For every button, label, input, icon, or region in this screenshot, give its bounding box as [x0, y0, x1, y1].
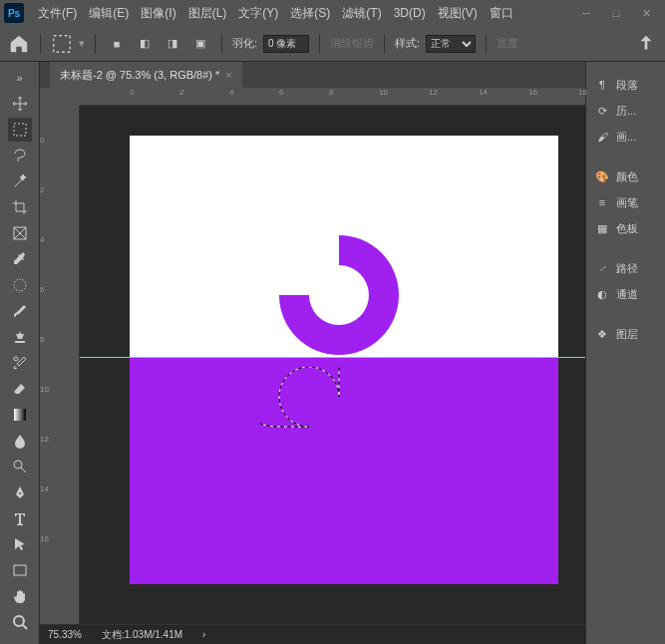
- panel-layers[interactable]: ❖图层: [586, 321, 665, 347]
- close-tab-icon[interactable]: ×: [225, 69, 231, 81]
- panel-brushes[interactable]: ≡画笔: [586, 189, 665, 215]
- gradient-tool[interactable]: [8, 403, 32, 427]
- title-bar: Ps 文件(F) 编辑(E) 图像(I) 图层(L) 文字(Y) 选择(S) 滤…: [0, 0, 665, 26]
- panel-brush-presets[interactable]: 🖌画...: [586, 124, 665, 150]
- svg-point-6: [14, 461, 22, 469]
- brush-tool[interactable]: [8, 299, 32, 323]
- canvas-area: 未标题-2 @ 75.3% (3, RGB/8#) * × 0 2 4 6 8 …: [40, 62, 585, 644]
- new-selection-icon[interactable]: ■: [106, 33, 128, 55]
- menu-image[interactable]: 图像(I): [135, 1, 181, 26]
- shape-top-half: [259, 215, 419, 375]
- paragraph-icon: ¶: [594, 77, 610, 93]
- style-select[interactable]: 正常: [426, 35, 476, 53]
- frame-tool[interactable]: [8, 221, 32, 245]
- document-title: 未标题-2 @ 75.3% (3, RGB/8#) *: [60, 68, 219, 83]
- menu-view[interactable]: 视图(V): [432, 1, 484, 26]
- menu-select[interactable]: 选择(S): [284, 1, 336, 26]
- palette-icon: 🎨: [594, 168, 610, 184]
- intersect-selection-icon[interactable]: ▣: [189, 33, 211, 55]
- marquee-tool[interactable]: [8, 118, 32, 142]
- layers-icon: ❖: [594, 326, 610, 342]
- document-tab[interactable]: 未标题-2 @ 75.3% (3, RGB/8#) * ×: [50, 62, 242, 88]
- crop-tool[interactable]: [8, 195, 32, 219]
- brush-icon: 🖌: [594, 129, 610, 145]
- menu-file[interactable]: 文件(F): [32, 1, 83, 26]
- subtract-selection-icon[interactable]: ◨: [162, 33, 183, 55]
- history-icon: ⟳: [594, 103, 610, 119]
- purple-fill-bottom: [130, 357, 558, 584]
- horizontal-ruler[interactable]: 0 2 4 6 8 10 12 14 16 18: [80, 88, 585, 106]
- hand-tool[interactable]: [8, 584, 32, 608]
- panel-swatches[interactable]: ▦色板: [586, 215, 665, 241]
- path-selection-tool[interactable]: [8, 532, 32, 556]
- menu-edit[interactable]: 编辑(E): [83, 1, 135, 26]
- share-icon[interactable]: [635, 33, 657, 55]
- magic-wand-tool[interactable]: [8, 169, 32, 193]
- style-label: 样式:: [395, 36, 420, 51]
- marquee-tool-icon[interactable]: [51, 33, 73, 55]
- add-selection-icon[interactable]: ◧: [134, 33, 156, 55]
- zoom-tool[interactable]: [8, 610, 32, 634]
- menu-filter[interactable]: 滤镜(T): [336, 1, 387, 26]
- panel-channels[interactable]: ◐通道: [586, 281, 665, 307]
- history-brush-tool[interactable]: [8, 351, 32, 375]
- eraser-tool[interactable]: [8, 377, 32, 401]
- minimize-button[interactable]: ─: [571, 3, 601, 23]
- photoshop-logo: Ps: [4, 3, 24, 23]
- svg-point-3: [14, 279, 26, 291]
- canvas[interactable]: [80, 106, 585, 624]
- feather-input[interactable]: [263, 35, 309, 53]
- tools-panel: »: [0, 62, 40, 644]
- maximize-button[interactable]: □: [601, 3, 631, 23]
- doc-size[interactable]: 文档:1.03M/1.41M: [102, 628, 182, 642]
- blur-tool[interactable]: [8, 429, 32, 453]
- svg-rect-5: [14, 409, 26, 421]
- brushes-icon: ≡: [594, 194, 610, 210]
- zoom-level[interactable]: 75.33%: [48, 629, 82, 640]
- panel-color[interactable]: 🎨颜色: [586, 163, 665, 189]
- pen-tool[interactable]: [8, 481, 32, 504]
- menu-type[interactable]: 文字(Y): [232, 1, 284, 26]
- antialias-label: 消除锯齿: [330, 36, 374, 51]
- paths-icon: ⟋: [594, 260, 610, 276]
- artboard: [130, 136, 558, 584]
- home-icon[interactable]: [8, 33, 30, 55]
- dodge-tool[interactable]: [8, 455, 32, 479]
- collapsed-panels: ¶段落 ⟳历... 🖌画... 🎨颜色 ≡画笔 ▦色板 ⟋路径 ◐通道 ❖图层: [585, 62, 665, 644]
- vertical-ruler[interactable]: 0 2 4 6 8 10 12 14 16: [40, 106, 80, 624]
- expand-tools-icon[interactable]: »: [8, 66, 32, 90]
- panel-paths[interactable]: ⟋路径: [586, 255, 665, 281]
- horizontal-guide[interactable]: [80, 357, 585, 358]
- healing-brush-tool[interactable]: [8, 273, 32, 297]
- svg-rect-7: [14, 565, 26, 575]
- feather-label: 羽化:: [232, 36, 257, 51]
- move-tool[interactable]: [8, 92, 32, 116]
- clone-stamp-tool[interactable]: [8, 325, 32, 349]
- svg-point-8: [14, 616, 24, 626]
- type-tool[interactable]: [8, 506, 32, 530]
- lasso-tool[interactable]: [8, 144, 32, 167]
- options-bar: ▾ ■ ◧ ◨ ▣ 羽化: 消除锯齿 样式: 正常 宽度: [0, 26, 665, 62]
- document-tab-bar: 未标题-2 @ 75.3% (3, RGB/8#) * ×: [40, 62, 585, 88]
- menu-window[interactable]: 窗口: [484, 1, 519, 26]
- menu-layer[interactable]: 图层(L): [182, 1, 233, 26]
- panel-history[interactable]: ⟳历...: [586, 98, 665, 124]
- svg-point-4: [14, 357, 18, 361]
- channels-icon: ◐: [594, 286, 610, 302]
- svg-rect-0: [54, 35, 71, 52]
- panel-paragraph[interactable]: ¶段落: [586, 72, 665, 98]
- svg-rect-1: [14, 124, 26, 136]
- swatches-icon: ▦: [594, 220, 610, 236]
- ruler-corner: [40, 88, 80, 106]
- width-label: 宽度: [497, 36, 518, 51]
- menu-3d[interactable]: 3D(D): [388, 2, 432, 24]
- status-chevron-icon[interactable]: ›: [202, 629, 205, 640]
- eyedropper-tool[interactable]: [8, 247, 32, 271]
- status-bar: 75.33% 文档:1.03M/1.41M ›: [40, 624, 585, 644]
- rectangle-tool[interactable]: [8, 558, 32, 582]
- close-button[interactable]: ✕: [631, 3, 661, 23]
